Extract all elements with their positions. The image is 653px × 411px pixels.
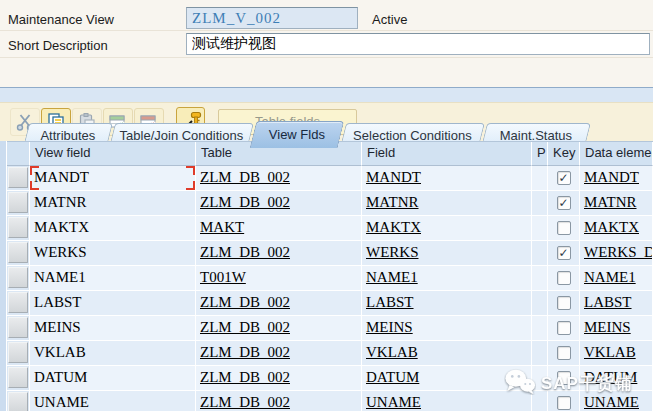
table-row: VKLAB ZLM_DB_002 VKLAB VKLAB bbox=[7, 341, 653, 366]
key-checkbox[interactable] bbox=[557, 346, 571, 360]
data-element-link-cell[interactable]: MEINS bbox=[580, 316, 653, 341]
tab-view-flds[interactable]: View Flds bbox=[250, 121, 345, 148]
key-checkbox[interactable] bbox=[557, 171, 571, 185]
key-checkbox[interactable] bbox=[557, 396, 571, 410]
field-link-cell[interactable]: UNAME bbox=[362, 391, 532, 411]
row-selector-button[interactable] bbox=[8, 292, 28, 313]
key-checkbox[interactable] bbox=[557, 196, 571, 210]
field-link-cell[interactable]: MANDT bbox=[362, 166, 532, 191]
field-link-cell[interactable]: MAKTX bbox=[362, 216, 532, 241]
row-selector[interactable] bbox=[7, 291, 30, 316]
data-element-link-cell[interactable]: LABST bbox=[580, 291, 653, 316]
header-corner-cell[interactable] bbox=[7, 142, 30, 166]
field-link-cell[interactable]: WERKS bbox=[362, 241, 532, 266]
row-selector[interactable] bbox=[7, 316, 30, 341]
view-field-cell[interactable]: MATNR bbox=[30, 191, 196, 216]
row-selector-button[interactable] bbox=[8, 217, 28, 238]
table-link-cell[interactable]: ZLM_DB_002 bbox=[196, 366, 362, 391]
p-cell bbox=[532, 216, 548, 241]
data-element-link-cell[interactable]: NAME1 bbox=[580, 266, 653, 291]
header-key[interactable]: Key bbox=[548, 142, 580, 166]
p-cell bbox=[532, 291, 548, 316]
row-selector-button[interactable] bbox=[8, 367, 28, 388]
data-element-link-cell[interactable]: DATUM bbox=[580, 366, 653, 391]
row-selector-button[interactable] bbox=[8, 192, 28, 213]
row-selector-button[interactable] bbox=[8, 317, 28, 338]
key-cell bbox=[548, 166, 580, 191]
key-checkbox[interactable] bbox=[557, 371, 571, 385]
key-cell bbox=[548, 291, 580, 316]
key-cell bbox=[548, 266, 580, 291]
sap-maintenance-view-window: Maintenance View Active Short Descriptio… bbox=[0, 0, 653, 411]
data-element-link-cell[interactable]: MANDT bbox=[580, 166, 653, 191]
row-selector-button[interactable] bbox=[8, 267, 28, 288]
table-link-cell[interactable]: ZLM_DB_002 bbox=[196, 341, 362, 366]
p-cell bbox=[532, 316, 548, 341]
field-link-cell[interactable]: MATNR bbox=[362, 191, 532, 216]
header-p[interactable]: P bbox=[532, 142, 548, 166]
row-selector-button[interactable] bbox=[8, 342, 28, 363]
data-element-link-cell[interactable]: UNAME bbox=[580, 391, 653, 411]
field-link-cell[interactable]: VKLAB bbox=[362, 341, 532, 366]
row-selector-button[interactable] bbox=[8, 392, 28, 411]
key-cell bbox=[548, 366, 580, 391]
table-link-cell[interactable]: ZLM_DB_002 bbox=[196, 166, 362, 191]
tab-strip: Attributes Table/Join Conditions View Fl… bbox=[0, 60, 653, 88]
key-checkbox[interactable] bbox=[557, 221, 571, 235]
header-view-field[interactable]: View field bbox=[30, 142, 196, 166]
view-field-cell[interactable]: NAME1 bbox=[30, 266, 196, 291]
row-selector[interactable] bbox=[7, 241, 30, 266]
table-link-cell[interactable]: ZLM_DB_002 bbox=[196, 241, 362, 266]
key-cell bbox=[548, 391, 580, 411]
p-cell bbox=[532, 391, 548, 411]
view-field-cell[interactable]: LABST bbox=[30, 291, 196, 316]
view-name-input[interactable] bbox=[186, 7, 358, 29]
p-cell bbox=[532, 166, 548, 191]
row-selector[interactable] bbox=[7, 341, 30, 366]
table-link-cell[interactable]: ZLM_DB_002 bbox=[196, 291, 362, 316]
key-checkbox[interactable] bbox=[557, 296, 571, 310]
row-selector[interactable] bbox=[7, 266, 30, 291]
row-selector-button[interactable] bbox=[8, 167, 28, 188]
data-element-link-cell[interactable]: VKLAB bbox=[580, 341, 653, 366]
row-selector[interactable] bbox=[7, 366, 30, 391]
row-selector[interactable] bbox=[7, 191, 30, 216]
view-field-cell[interactable]: WERKS bbox=[30, 241, 196, 266]
key-cell bbox=[548, 316, 580, 341]
data-element-link-cell[interactable]: WERKS_D bbox=[580, 241, 653, 266]
row-selector[interactable] bbox=[7, 391, 30, 411]
field-link-cell[interactable]: MEINS bbox=[362, 316, 532, 341]
data-element-link-cell[interactable]: MAKTX bbox=[580, 216, 653, 241]
header-field[interactable]: Field bbox=[362, 142, 532, 166]
row-selector-button[interactable] bbox=[8, 242, 28, 263]
table-link-cell[interactable]: ZLM_DB_002 bbox=[196, 391, 362, 411]
key-checkbox[interactable] bbox=[557, 321, 571, 335]
key-checkbox[interactable] bbox=[557, 246, 571, 260]
table-row: MEINS ZLM_DB_002 MEINS MEINS bbox=[7, 316, 653, 341]
row-selector[interactable] bbox=[7, 216, 30, 241]
view-field-cell[interactable]: VKLAB bbox=[30, 341, 196, 366]
row-selector[interactable] bbox=[7, 166, 30, 191]
view-fields-table: View field Table Field P Key Data elemen… bbox=[7, 141, 653, 411]
field-link-cell[interactable]: DATUM bbox=[362, 366, 532, 391]
short-description-input[interactable] bbox=[186, 33, 650, 55]
p-cell bbox=[532, 266, 548, 291]
view-field-cell[interactable]: MEINS bbox=[30, 316, 196, 341]
header-data-element[interactable]: Data element bbox=[580, 142, 653, 166]
data-element-link-cell[interactable]: MATNR bbox=[580, 191, 653, 216]
view-field-cell[interactable]: MANDT bbox=[30, 166, 196, 191]
table-link-cell[interactable]: T001W bbox=[196, 266, 362, 291]
field-link-cell[interactable]: NAME1 bbox=[362, 266, 532, 291]
table-link-cell[interactable]: ZLM_DB_002 bbox=[196, 316, 362, 341]
table-body: MANDT ZLM_DB_002 MANDT MANDT MATNR ZLM_D… bbox=[7, 166, 653, 411]
table-link-cell[interactable]: ZLM_DB_002 bbox=[196, 191, 362, 216]
status-active-label: Active bbox=[372, 12, 407, 27]
view-field-cell[interactable]: DATUM bbox=[30, 366, 196, 391]
view-field-cell[interactable]: MAKTX bbox=[30, 216, 196, 241]
view-field-cell[interactable]: UNAME bbox=[30, 391, 196, 411]
field-link-cell[interactable]: LABST bbox=[362, 291, 532, 316]
tab-label: View Flds bbox=[254, 122, 340, 148]
table-link-cell[interactable]: MAKT bbox=[196, 216, 362, 241]
table-row: DATUM ZLM_DB_002 DATUM DATUM bbox=[7, 366, 653, 391]
key-checkbox[interactable] bbox=[557, 271, 571, 285]
